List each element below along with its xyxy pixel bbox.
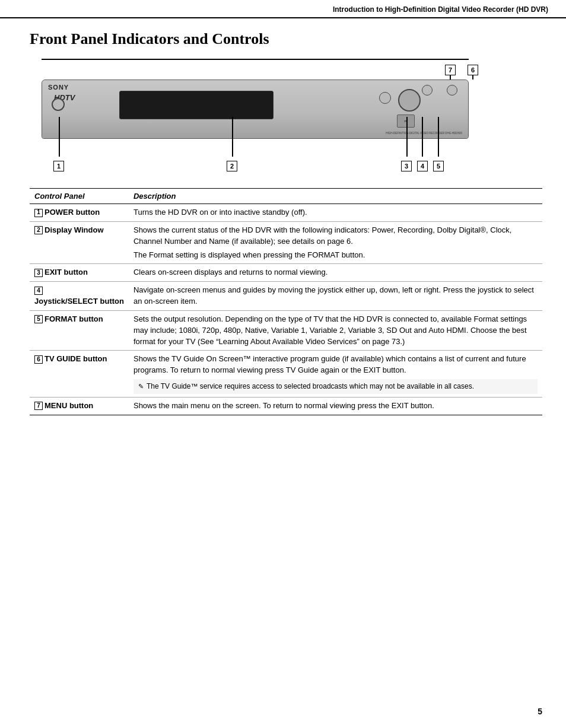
dvr-body: SONY HDTV TV xyxy=(42,80,469,139)
callout-7: 7 xyxy=(445,65,456,75)
callout-6-line xyxy=(472,75,473,80)
control-label: FORMAT button xyxy=(44,314,103,323)
table-row: 4Joystick/SELECT buttonNavigate on-scree… xyxy=(30,282,542,311)
description-text: Shows the main menu on the screen. To re… xyxy=(133,400,538,412)
control-label: TV GUIDE button xyxy=(44,354,107,363)
callout-6: 6 xyxy=(468,65,478,75)
control-description-cell: Sets the output resolution. Depending on… xyxy=(129,310,542,351)
power-button-diagram xyxy=(52,98,65,111)
control-number-box: 2 xyxy=(34,226,43,234)
table-row: 2Display WindowShows the current status … xyxy=(30,221,542,264)
callout-2-line xyxy=(232,117,233,157)
description-text: Navigate on-screen menus and guides by m… xyxy=(133,285,538,307)
page-header: Introduction to High-Definition Digital … xyxy=(0,0,566,18)
callout-1-line xyxy=(59,117,60,157)
note-text: The TV Guide™ service requires access to… xyxy=(147,382,474,392)
joystick-diagram xyxy=(398,89,421,112)
callout-5: 5 xyxy=(433,161,444,171)
table-row: 6TV GUIDE buttonShows the TV Guide On Sc… xyxy=(30,351,542,397)
description-text: Clears on-screen displays and returns to… xyxy=(133,267,538,278)
callout-7-line xyxy=(450,75,451,80)
callout-4: 4 xyxy=(417,161,428,171)
exit-button-diagram xyxy=(379,92,391,104)
control-label: Display Window xyxy=(44,225,104,234)
control-number-box: 4 xyxy=(34,287,43,295)
control-number-box: 7 xyxy=(34,402,43,410)
control-label: MENU button xyxy=(44,401,93,410)
callout-1: 1 xyxy=(53,161,64,171)
tvguide-button-diagram xyxy=(447,85,457,96)
control-label-cell: 7MENU button xyxy=(30,397,129,415)
control-label-cell: 2Display Window xyxy=(30,221,129,264)
section-title: Front Panel Indicators and Controls xyxy=(30,30,542,48)
control-description-cell: Shows the TV Guide On Screen™ interactiv… xyxy=(129,351,542,397)
table-row: 1POWER buttonTurns the HD DVR on or into… xyxy=(30,204,542,222)
description-text: Sets the output resolution. Depending on… xyxy=(133,314,538,348)
control-table: Control Panel Description 1POWER buttonT… xyxy=(30,188,542,415)
control-description-cell: Navigate on-screen menus and guides by m… xyxy=(129,282,542,311)
device-top-line xyxy=(42,59,469,60)
control-number-box: 5 xyxy=(34,315,43,323)
col-header-description: Description xyxy=(129,189,542,204)
control-description-cell: Turns the HD DVR on or into inactive sta… xyxy=(129,204,542,222)
callout-2: 2 xyxy=(227,161,237,171)
control-description-cell: Shows the main menu on the screen. To re… xyxy=(129,397,542,415)
control-label: POWER button xyxy=(44,208,100,217)
description-text: Shows the current status of the HD DVR w… xyxy=(133,225,538,247)
callout-3: 3 xyxy=(401,161,412,171)
table-row: 3EXIT button Clears on-screen displays a… xyxy=(30,264,542,282)
sony-logo: SONY xyxy=(48,84,69,91)
callout-3-line xyxy=(406,117,408,157)
sony-logo-area: SONY xyxy=(48,84,69,91)
control-number-box: 3 xyxy=(34,269,43,277)
table-row: 5FORMAT buttonSets the output resolution… xyxy=(30,310,542,351)
control-label: Joystick/SELECT button xyxy=(34,297,124,306)
note-icon: ✎ xyxy=(138,382,144,391)
table-row: 7MENU buttonShows the main menu on the s… xyxy=(30,397,542,415)
main-content: Front Panel Indicators and Controls SONY… xyxy=(0,18,566,433)
control-label: EXIT button xyxy=(44,268,88,276)
menu-button-diagram xyxy=(422,85,433,96)
control-description-cell: Shows the current status of the HD DVR w… xyxy=(129,221,542,264)
control-label-cell: 3EXIT button xyxy=(30,264,129,282)
control-label-cell: 5FORMAT button xyxy=(30,310,129,351)
display-window-diagram xyxy=(119,91,274,119)
control-number-box: 6 xyxy=(34,355,43,364)
control-label-cell: 1POWER button xyxy=(30,204,129,222)
model-text: HIGH-DEFINITION DIGITAL VIDEO RECORDER D… xyxy=(386,132,462,135)
note-box: ✎The TV Guide™ service requires access t… xyxy=(133,379,538,394)
control-label-cell: 4Joystick/SELECT button xyxy=(30,282,129,311)
callout-4-line xyxy=(422,117,423,157)
control-label-cell: 6TV GUIDE button xyxy=(30,351,129,397)
control-description-cell: Clears on-screen displays and returns to… xyxy=(129,264,542,282)
callout-5-line xyxy=(438,117,439,157)
description-text: Shows the TV Guide On Screen™ interactiv… xyxy=(133,354,538,376)
device-diagram: SONY HDTV TV xyxy=(30,59,516,177)
col-header-control: Control Panel xyxy=(30,189,129,204)
dvr-front: SONY HDTV TV xyxy=(42,80,468,138)
format-button-diagram: TV xyxy=(397,115,415,128)
header-title: Introduction to High-Definition Digital … xyxy=(333,5,548,14)
control-number-box: 1 xyxy=(34,209,43,217)
description-text: The Format setting is displayed when pre… xyxy=(133,250,538,261)
page-number: 5 xyxy=(538,707,542,716)
description-text: Turns the HD DVR on or into inactive sta… xyxy=(133,207,538,218)
